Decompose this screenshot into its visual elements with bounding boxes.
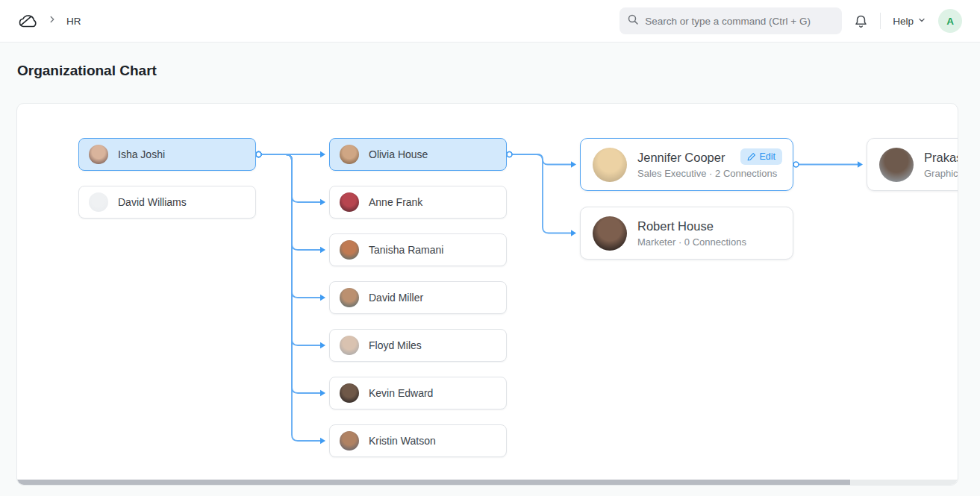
edit-employee-button[interactable]: Edit (740, 148, 782, 165)
avatar (340, 336, 359, 355)
navbar-divider (880, 13, 881, 29)
org-node-kristin[interactable]: Kristin Watson (329, 424, 507, 457)
employee-name: Olivia House (369, 148, 428, 160)
org-node-prakash[interactable]: PrakashGraphic Designer (867, 138, 958, 191)
avatar (340, 431, 359, 451)
avatar (340, 145, 359, 164)
search-input[interactable] (645, 16, 834, 27)
org-node-jennifer[interactable]: Jennifer CooperSales Executive · 2 Conne… (580, 138, 793, 191)
avatar (340, 240, 359, 260)
employee-name: Tanisha Ramani (369, 244, 443, 256)
employee-name: Isha Joshi (118, 148, 165, 160)
breadcrumb-hr[interactable]: HR (66, 16, 81, 27)
pencil-icon (747, 152, 756, 161)
employee-role-connections: Graphic Designer (924, 168, 958, 179)
avatar (340, 383, 359, 403)
top-navbar: HR Help A (0, 0, 980, 43)
avatar (593, 148, 627, 182)
employee-name: Kevin Edward (369, 387, 433, 399)
chevron-down-icon (917, 16, 926, 27)
avatar (89, 192, 108, 212)
avatar (340, 192, 359, 212)
employee-role-connections: Marketer · 0 Connections (637, 236, 746, 248)
employee-name: Floyd Miles (369, 339, 422, 351)
org-node-anne[interactable]: Anne Frank (329, 186, 507, 219)
avatar (340, 288, 359, 307)
breadcrumb-chevron-icon (47, 14, 57, 28)
employee-name: Prakash (924, 151, 958, 165)
help-label: Help (893, 16, 914, 27)
org-node-isha[interactable]: Isha Joshi (78, 138, 256, 171)
user-avatar[interactable]: A (938, 9, 962, 33)
org-node-tanisha[interactable]: Tanisha Ramani (329, 233, 507, 266)
employee-name: David Williams (118, 196, 187, 208)
org-node-robert[interactable]: Robert HouseMarketer · 0 Connections (580, 207, 793, 260)
page-title: Organizational Chart (17, 63, 157, 79)
employee-name: Kristin Watson (369, 435, 436, 447)
employee-name: Anne Frank (369, 196, 422, 208)
command-search[interactable] (619, 7, 842, 34)
employee-name: David Miller (369, 292, 423, 304)
help-menu[interactable]: Help (893, 16, 926, 27)
avatar (879, 148, 914, 182)
search-icon (627, 13, 639, 28)
avatar (593, 216, 627, 251)
org-node-floyd[interactable]: Floyd Miles (329, 329, 507, 362)
app-logo-cloud-icon[interactable] (18, 13, 38, 30)
avatar (89, 145, 108, 164)
org-node-olivia[interactable]: Olivia House (329, 138, 507, 171)
org-node-kevin[interactable]: Kevin Edward (329, 377, 507, 409)
org-node-david_w[interactable]: David Williams (78, 186, 256, 219)
employee-role-connections: Sales Executive · 2 Connections (637, 168, 777, 179)
notifications-bell-icon[interactable] (854, 14, 868, 28)
org-node-david_m[interactable]: David Miller (329, 281, 507, 314)
org-chart-canvas: Isha JoshiDavid WilliamsOlivia HouseAnne… (16, 103, 958, 486)
horizontal-scrollbar-track[interactable] (17, 480, 958, 485)
horizontal-scrollbar-thumb[interactable] (17, 480, 850, 485)
employee-name: Robert House (637, 219, 746, 233)
